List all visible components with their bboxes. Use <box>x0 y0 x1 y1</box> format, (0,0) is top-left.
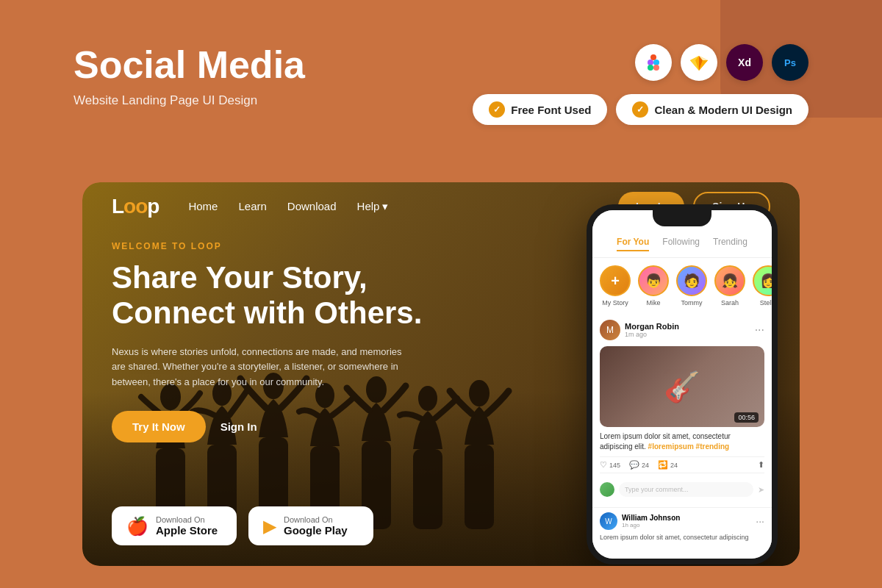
send-icon[interactable]: ➤ <box>758 485 764 495</box>
apple-store-button[interactable]: 🍎 Download On Apple Store <box>112 506 237 545</box>
post-image: 🎸 00:56 <box>600 346 764 427</box>
mockup-card: Loop Home Learn Download Help ▾ Log In S… <box>82 182 800 566</box>
free-font-badge: ✓ Free Font Used <box>473 94 607 125</box>
post-card: M Morgan Robin 1m ago ··· 🎸 00:56 <box>592 314 772 507</box>
post-header: M Morgan Robin 1m ago ··· <box>600 320 764 340</box>
google-play-button[interactable]: ▶ Download On Google Play <box>248 506 373 545</box>
story-mike-name: Mike <box>646 299 660 306</box>
ps-icon: Ps <box>772 44 808 81</box>
bottom-user-name: William Johnson <box>622 514 680 522</box>
svg-point-2 <box>653 60 659 65</box>
post-time: 1m ago <box>625 331 679 338</box>
post-image-content: 🎸 <box>664 370 700 404</box>
logo: Loop <box>112 195 159 218</box>
apple-store-pre-label: Download On <box>156 515 218 524</box>
my-story-label: My Story <box>602 299 628 306</box>
bottom-post-preview: W William Johnson 1h ago ··· Lorem ipsum… <box>592 507 772 547</box>
hero-content: WELCOME TO LOOP Share Your Story, Connec… <box>112 241 479 466</box>
my-story-avatar: + <box>600 265 631 296</box>
top-section: Social Media Website Landing Page UI Des… <box>74 44 808 125</box>
sketch-icon <box>681 44 717 81</box>
apple-icon: 🍎 <box>126 516 148 537</box>
free-font-check-icon: ✓ <box>489 101 505 118</box>
google-play-icon: ▶ <box>263 516 276 537</box>
comment-icon: 💬 <box>629 460 639 470</box>
comment-box: Type your comment... ➤ <box>600 478 764 501</box>
svg-point-4 <box>653 65 659 71</box>
comment-user-avatar <box>600 482 614 497</box>
post-user-avatar: M <box>600 320 620 340</box>
post-actions: ♡ 145 💬 24 🔁 24 ⬆ <box>600 456 764 473</box>
figma-icon <box>635 44 672 81</box>
share-action[interactable]: ⬆ <box>758 460 764 470</box>
modern-ui-check-icon: ✓ <box>632 101 648 118</box>
repost-icon: 🔁 <box>658 460 668 470</box>
svg-point-1 <box>648 60 653 65</box>
svg-point-3 <box>648 65 653 71</box>
comment-action[interactable]: 💬 24 <box>629 460 649 470</box>
hero-description: Nexus is where stories unfold, connectio… <box>112 345 406 390</box>
story-tommy-name: Tommy <box>681 299 703 306</box>
story-mine[interactable]: + My Story <box>600 265 631 306</box>
google-play-name: Google Play <box>284 524 348 537</box>
bottom-post-text: Lorem ipsum dolor sit amet, consectetur … <box>600 533 764 542</box>
bottom-user-avatar: W <box>600 512 617 530</box>
bottom-post-time: 1h ago <box>622 522 680 528</box>
google-play-pre-label: Download On <box>284 515 348 524</box>
page-subtitle: Website Landing Page UI Design <box>74 93 305 108</box>
post-caption: Lorem ipsum dolor sit amet, consectetur … <box>600 431 764 452</box>
brand-info: Social Media Website Landing Page UI Des… <box>74 44 305 108</box>
story-sarah[interactable]: 👧 Sarah <box>714 265 745 306</box>
story-stella[interactable]: 👩 Stella <box>753 265 772 306</box>
modern-ui-badge: ✓ Clean & Modern UI Design <box>616 94 808 125</box>
feature-badges-row: ✓ Free Font Used ✓ Clean & Modern UI Des… <box>473 94 808 125</box>
repost-action[interactable]: 🔁 24 <box>658 460 678 470</box>
story-sarah-name: Sarah <box>721 299 739 306</box>
share-icon: ⬆ <box>758 460 764 470</box>
nav-help[interactable]: Help ▾ <box>357 200 389 213</box>
right-badges-section: Xd Ps ✓ Free Font Used ✓ Clean & Modern … <box>473 44 808 125</box>
story-stella-name: Stella <box>760 299 772 306</box>
sign-in-button[interactable]: Sign In <box>220 420 257 433</box>
post-user: M Morgan Robin 1m ago <box>600 320 679 340</box>
video-timer: 00:56 <box>734 412 759 423</box>
hero-cta: Try It Now Sign In <box>112 411 479 442</box>
phone-content: For You Following Trending + My Story 👦 … <box>592 210 772 559</box>
tab-following[interactable]: Following <box>662 237 700 251</box>
tab-for-you[interactable]: For You <box>617 237 649 251</box>
tab-trending[interactable]: Trending <box>713 237 747 251</box>
download-buttons: 🍎 Download On Apple Store ▶ Download On … <box>112 506 373 545</box>
tool-icons-row: Xd Ps <box>635 44 808 81</box>
post-hashtags[interactable]: #loremipsum #trending <box>648 442 730 451</box>
phone-tabs: For You Following Trending <box>592 231 772 258</box>
story-row: + My Story 👦 Mike 🧑 Tommy 👧 Sarah <box>592 258 772 314</box>
post-user-name: Morgan Robin <box>625 322 679 331</box>
like-action[interactable]: ♡ 145 <box>600 460 620 470</box>
xd-icon: Xd <box>726 44 763 81</box>
nav-download[interactable]: Download <box>287 200 337 213</box>
landing-page: Loop Home Learn Download Help ▾ Log In S… <box>82 182 800 566</box>
bottom-post-more-icon[interactable]: ··· <box>756 515 764 527</box>
page-title: Social Media <box>74 44 305 86</box>
welcome-text: WELCOME TO LOOP <box>112 241 479 251</box>
story-mike-avatar: 👦 <box>638 265 669 296</box>
nav-learn[interactable]: Learn <box>238 200 266 213</box>
story-mike[interactable]: 👦 Mike <box>638 265 669 306</box>
svg-point-0 <box>650 54 656 60</box>
story-stella-avatar: 👩 <box>753 265 772 296</box>
apple-store-name: Apple Store <box>156 524 218 537</box>
post-more-icon[interactable]: ··· <box>755 323 764 337</box>
comment-input[interactable]: Type your comment... <box>619 482 753 497</box>
nav-home[interactable]: Home <box>188 200 218 213</box>
story-sarah-avatar: 👧 <box>714 265 745 296</box>
story-tommy[interactable]: 🧑 Tommy <box>676 265 707 306</box>
phone-mockup: For You Following Trending + My Story 👦 … <box>587 204 778 564</box>
try-it-now-button[interactable]: Try It Now <box>112 411 206 442</box>
story-tommy-avatar: 🧑 <box>676 265 707 296</box>
phone-notch <box>653 210 711 226</box>
hero-headline: Share Your Story, Connect with Others. <box>112 260 479 331</box>
nav-links: Home Learn Download Help ▾ <box>188 200 618 213</box>
heart-icon: ♡ <box>600 460 607 470</box>
